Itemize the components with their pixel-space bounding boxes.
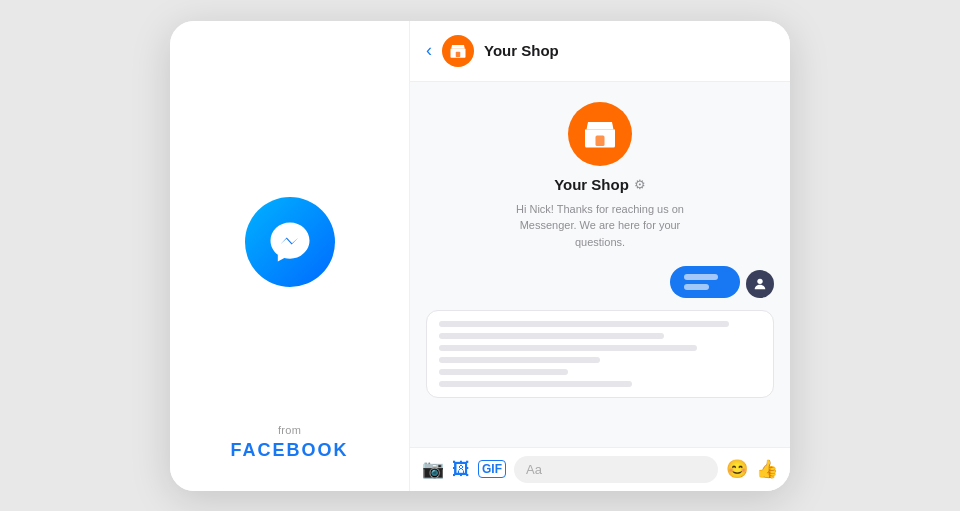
shop-profile-section: Your Shop ⚙ Hi Nick! Thanks for reaching… <box>515 102 685 251</box>
shop-avatar-large <box>568 102 632 166</box>
right-panel: ‹ Your Shop <box>410 21 790 491</box>
svg-rect-1 <box>596 135 605 146</box>
shop-name-row: Your Shop ⚙ <box>554 176 646 193</box>
svg-point-2 <box>757 279 762 284</box>
svg-rect-0 <box>456 51 461 56</box>
card-line <box>439 333 664 339</box>
facebook-brand-label: FACEBOOK <box>230 440 348 461</box>
back-button[interactable]: ‹ <box>426 40 432 61</box>
chat-input-bar: 📷 🖼 GIF Aa 😊 👍 <box>410 447 790 491</box>
camera-icon[interactable]: 📷 <box>422 458 444 480</box>
card-line <box>439 369 568 375</box>
user-avatar <box>746 270 774 298</box>
shop-greeting-text: Hi Nick! Thanks for reaching us on Messe… <box>515 201 685 251</box>
messages-area <box>426 266 774 398</box>
thumbs-up-icon[interactable]: 👍 <box>756 458 778 480</box>
shop-name: Your Shop <box>554 176 629 193</box>
user-message-row <box>426 266 774 298</box>
emoji-icon[interactable]: 😊 <box>726 458 748 480</box>
messenger-logo-icon <box>245 197 335 287</box>
left-panel: from FACEBOOK <box>170 21 410 491</box>
bubble-line <box>684 274 718 280</box>
photo-icon[interactable]: 🖼 <box>452 459 470 480</box>
card-line <box>439 321 729 327</box>
from-facebook-section: from FACEBOOK <box>230 424 348 461</box>
from-label: from <box>230 424 348 436</box>
input-placeholder: Aa <box>526 462 542 477</box>
phone-mockup: from FACEBOOK ‹ Your Shop <box>170 21 790 491</box>
shop-reply-card <box>426 310 774 398</box>
chat-body: Your Shop ⚙ Hi Nick! Thanks for reaching… <box>410 82 790 447</box>
header-shop-avatar <box>442 35 474 67</box>
chat-header: ‹ Your Shop <box>410 21 790 82</box>
card-line <box>439 381 632 387</box>
gif-icon[interactable]: GIF <box>478 460 506 478</box>
settings-gear-icon: ⚙ <box>634 177 646 192</box>
card-line <box>439 345 697 351</box>
card-line <box>439 357 600 363</box>
bubble-line <box>684 284 709 290</box>
messenger-icon-wrapper <box>245 61 335 424</box>
user-message-bubble <box>670 266 740 298</box>
message-text-input[interactable]: Aa <box>514 456 718 483</box>
chat-header-title: Your Shop <box>484 42 559 59</box>
